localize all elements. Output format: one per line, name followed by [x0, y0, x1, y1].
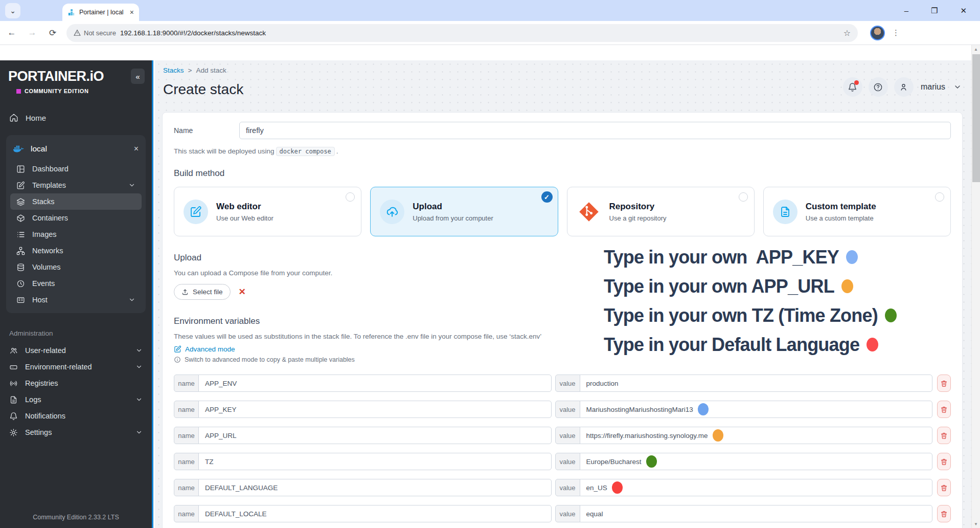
method-title: Custom template [806, 202, 876, 212]
annotation-line: Type in your own APP_URL [604, 272, 897, 301]
delete-variable-button[interactable] [937, 505, 951, 522]
page-scrollbar[interactable]: ▲ ▼ [971, 45, 980, 528]
radio-icon[interactable] [739, 192, 748, 202]
env-value-input[interactable]: MariushostingMariushostingMari13 [580, 401, 933, 418]
env-var-row: nameAPP_ENV valueproduction [174, 375, 951, 392]
sidebar-item-dashboard[interactable]: Dashboard [10, 161, 142, 177]
window-restore-button[interactable]: ❐ [931, 6, 938, 15]
window-minimize-button[interactable]: – [904, 6, 908, 15]
administration-label: Administration [9, 329, 152, 337]
url-text[interactable]: 192.168.1.18:9000/#!/2/docker/stacks/new… [120, 29, 839, 37]
value-chip: value [555, 453, 580, 470]
notifications-button[interactable] [843, 77, 862, 97]
value-chip: value [555, 479, 580, 496]
bookmark-star-icon[interactable]: ☆ [844, 28, 851, 38]
method-custom-template[interactable]: Custom templateUse a custom template ✓ [763, 187, 951, 236]
check-icon: ✓ [541, 191, 553, 203]
sidebar-item-volumes[interactable]: Volumes [10, 259, 142, 275]
stack-name-input[interactable]: firefly [239, 122, 951, 139]
env-name-input[interactable]: TZ [198, 453, 552, 470]
chevron-down-icon[interactable] [953, 83, 962, 91]
upload-icon [181, 289, 189, 296]
delete-variable-button[interactable] [937, 427, 951, 444]
scroll-up-arrow[interactable]: ▲ [972, 45, 980, 53]
name-field-label: Name [174, 126, 239, 135]
environment-close-icon[interactable]: × [134, 144, 139, 153]
select-file-button[interactable]: Select file [174, 284, 231, 300]
volumes-icon [16, 263, 25, 272]
method-subtitle: Upload from your computer [413, 214, 493, 222]
deploy-info: This stack will be deployed usingdocker … [174, 147, 951, 155]
scrollbar-thumb[interactable] [972, 54, 980, 182]
info-icon [174, 356, 181, 363]
method-web-editor[interactable]: Web editorUse our Web editor ✓ [174, 187, 361, 236]
value-chip: value [555, 427, 580, 444]
env-value-input[interactable]: production [580, 375, 933, 392]
annotation-dot [867, 338, 878, 351]
sidebar-item-images[interactable]: Images [10, 226, 142, 243]
sidebar-collapse-button[interactable]: « [131, 69, 145, 84]
env-name-input[interactable]: APP_KEY [198, 401, 552, 418]
sidebar-item-host[interactable]: Host [10, 292, 142, 308]
trash-icon [940, 380, 948, 387]
not-secure-badge[interactable]: Not secure [74, 29, 116, 37]
env-name-input[interactable]: DEFAULT_LOCALE [198, 505, 552, 522]
sidebar-item-events[interactable]: Events [10, 275, 142, 292]
window-close-button[interactable]: ✕ [960, 6, 967, 15]
delete-variable-button[interactable] [937, 401, 951, 418]
delete-variable-button[interactable] [937, 479, 951, 496]
env-name-input[interactable]: APP_ENV [198, 375, 552, 392]
env-value-input[interactable]: Europe/Bucharest [580, 453, 933, 470]
sidebar-item-environment-related[interactable]: Environment-related [3, 359, 149, 375]
tab-search-button[interactable]: ⌄ [5, 3, 20, 18]
env-name-input[interactable]: APP_URL [198, 427, 552, 444]
sidebar-item-label: Dashboard [32, 165, 69, 173]
breadcrumb-stacks-link[interactable]: Stacks [163, 67, 184, 74]
broadcast-icon [9, 379, 18, 388]
radio-icon[interactable] [935, 192, 944, 202]
gear-icon [9, 428, 18, 437]
radio-icon[interactable] [346, 192, 355, 202]
method-upload[interactable]: UploadUpload from your computer ✓ [370, 187, 558, 236]
sidebar-item-templates[interactable]: Templates [10, 177, 142, 193]
scroll-down-arrow[interactable]: ▼ [972, 520, 980, 528]
environment-header[interactable]: local × [6, 137, 146, 161]
sidebar-item-settings[interactable]: Settings [3, 424, 149, 441]
browser-tab[interactable]: Portainer | local × [62, 4, 139, 21]
cloud-upload-icon [385, 205, 399, 218]
sidebar-item-registries[interactable]: Registries [3, 375, 149, 391]
env-name-input[interactable]: DEFAULT_LANGUAGE [198, 479, 552, 496]
browser-menu-icon[interactable]: ⋮ [892, 28, 900, 37]
annotation-dot [841, 279, 853, 293]
help-button[interactable] [869, 77, 888, 97]
chevron-down-icon [135, 396, 143, 403]
address-bar[interactable]: Not secure 192.168.1.18:9000/#!/2/docker… [66, 24, 858, 42]
env-var-list: nameAPP_ENV valueproduction nameAPP_KEY … [174, 375, 951, 528]
sidebar-item-containers[interactable]: Containers [10, 210, 142, 226]
env-value-input[interactable]: equal [580, 505, 933, 522]
sidebar-item-logs[interactable]: Logs [3, 391, 149, 408]
sidebar-item-user-related[interactable]: User-related [3, 342, 149, 359]
sidebar-item-label: Logs [25, 395, 41, 404]
tab-close-icon[interactable]: × [130, 8, 134, 16]
user-menu-button[interactable] [894, 77, 914, 97]
delete-variable-button[interactable] [937, 453, 951, 470]
chevron-down-icon [128, 182, 135, 189]
env-value-input[interactable]: https://firefly.mariushosting.synology.m… [580, 427, 933, 444]
method-title: Repository [609, 202, 667, 212]
sidebar-item-notifications[interactable]: Notifications [3, 408, 149, 424]
sidebar-item-home[interactable]: Home [3, 108, 149, 127]
name-chip: name [174, 427, 199, 444]
edition-square-icon [16, 89, 21, 94]
trash-icon [940, 510, 948, 518]
sidebar-item-label: Stacks [32, 197, 55, 206]
delete-variable-button[interactable] [937, 375, 951, 392]
browser-profile-avatar[interactable] [870, 26, 885, 40]
forward-button[interactable]: → [24, 24, 41, 41]
sidebar-item-networks[interactable]: Networks [10, 243, 142, 259]
back-button[interactable]: ← [3, 24, 20, 41]
sidebar-item-stacks[interactable]: Stacks [10, 193, 142, 210]
reload-button[interactable]: ⟳ [44, 24, 61, 41]
method-repository[interactable]: RepositoryUse a git repository ✓ [567, 187, 755, 236]
env-value-input[interactable]: en_US [580, 479, 933, 496]
